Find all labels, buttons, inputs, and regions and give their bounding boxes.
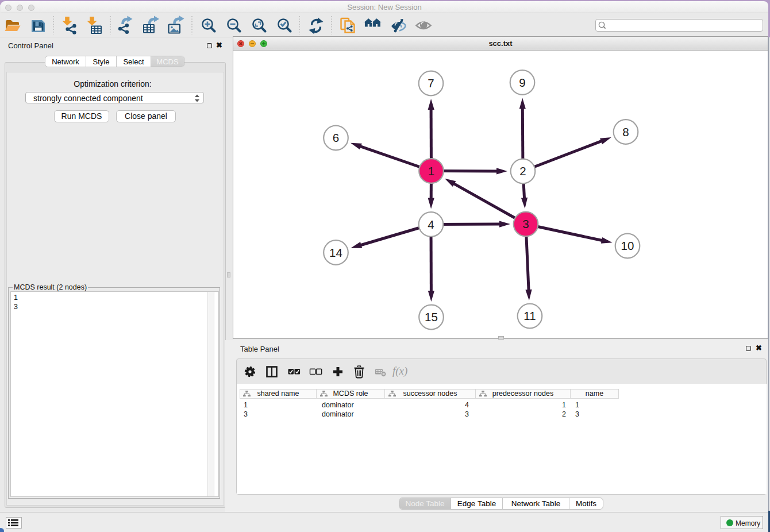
svg-text:1: 1 [428, 164, 434, 178]
svg-text:2: 2 [519, 164, 526, 178]
svg-text:14: 14 [329, 246, 342, 259]
svg-text:9: 9 [519, 76, 525, 89]
svg-text:10: 10 [621, 239, 634, 252]
svg-text:6: 6 [333, 131, 339, 144]
svg-text:11: 11 [523, 309, 536, 322]
svg-text:4: 4 [428, 218, 434, 231]
svg-text:8: 8 [622, 125, 629, 138]
svg-text:15: 15 [425, 310, 438, 323]
svg-text:7: 7 [428, 76, 434, 90]
svg-text:3: 3 [522, 217, 529, 230]
